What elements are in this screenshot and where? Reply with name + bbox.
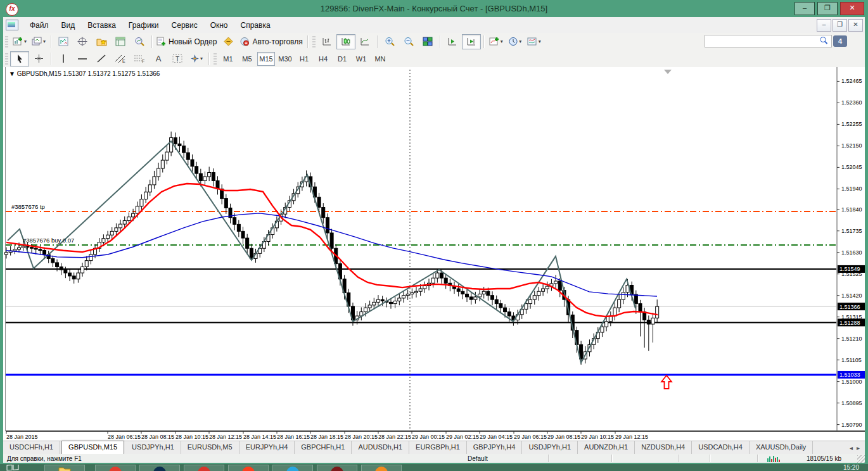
channel-tool[interactable]: E bbox=[111, 51, 130, 66]
maximize-button[interactable]: ❐ bbox=[817, 2, 838, 15]
new-chart-caret-icon[interactable]: ▾ bbox=[24, 39, 27, 44]
crosshair-button[interactable] bbox=[29, 51, 48, 66]
vertical-line-tool[interactable] bbox=[54, 51, 73, 66]
new-order-button[interactable]: Новый Ордер bbox=[155, 34, 219, 49]
tabs-scroll-right-icon[interactable]: ▸ bbox=[857, 444, 860, 451]
chart-tab[interactable]: AUDUSDh,H1 bbox=[352, 441, 409, 455]
arrows-caret-icon[interactable]: ▾ bbox=[200, 56, 203, 61]
chart-tab[interactable]: XAUUSDh,Daily bbox=[750, 441, 813, 455]
templates-button[interactable]: ▾ bbox=[525, 34, 544, 49]
timeframe-h4[interactable]: H4 bbox=[314, 52, 332, 66]
profiles-button[interactable]: ▾ bbox=[29, 34, 48, 49]
chart-tab[interactable]: NZDUSDh,H4 bbox=[635, 441, 692, 455]
taskbar-app-1[interactable] bbox=[95, 465, 136, 471]
toolbar-grip[interactable] bbox=[5, 36, 8, 47]
chart-tab[interactable]: AUDNZDh,H1 bbox=[578, 441, 635, 455]
data-window-button[interactable] bbox=[73, 34, 92, 49]
label-tool[interactable]: T bbox=[168, 51, 187, 66]
timeframe-m30[interactable]: M30 bbox=[276, 52, 294, 66]
toolbar-grip[interactable] bbox=[5, 53, 8, 65]
chart-tab[interactable]: EURJPYh,H4 bbox=[239, 441, 295, 455]
zoom-in-button[interactable] bbox=[380, 34, 399, 49]
candle-body bbox=[5, 253, 8, 254]
mdi-restore-button[interactable]: ❐ bbox=[833, 19, 847, 32]
timeframe-h1[interactable]: H1 bbox=[295, 52, 313, 66]
chart-tab[interactable]: GBPCHFh,H1 bbox=[295, 441, 352, 455]
horizontal-line-tool[interactable] bbox=[73, 51, 92, 66]
trendline-tool[interactable] bbox=[92, 51, 111, 66]
metaeditor-button[interactable] bbox=[219, 34, 238, 49]
chart-tab[interactable]: USDCHFh,H1 bbox=[3, 441, 60, 455]
terminal-button[interactable] bbox=[111, 34, 130, 49]
menu-3[interactable]: Вставка bbox=[81, 19, 122, 32]
minimize-button[interactable]: – bbox=[795, 2, 815, 15]
timeframe-d1[interactable]: D1 bbox=[333, 52, 351, 66]
autotrading-button[interactable]: Авто-торговля bbox=[238, 34, 304, 49]
taskbar-app-2[interactable] bbox=[139, 465, 180, 471]
indicators-button[interactable]: ▾ bbox=[487, 34, 506, 49]
indicators-caret-icon[interactable]: ▾ bbox=[501, 39, 503, 44]
status-profile[interactable]: Default bbox=[468, 455, 488, 462]
timeframe-w1[interactable]: W1 bbox=[352, 52, 370, 66]
new-chart-button[interactable]: ▾ bbox=[10, 34, 29, 49]
chart-tab[interactable]: USDCADh,H4 bbox=[692, 441, 750, 455]
price-chart[interactable]: #3857676 tp#3857676 buy 0.071.524651.523… bbox=[3, 67, 865, 441]
menu-6[interactable]: Окно bbox=[204, 19, 234, 32]
tile-windows-button[interactable] bbox=[418, 34, 437, 49]
tabs-scroll-left-icon[interactable]: ◂ bbox=[850, 444, 853, 451]
market-watch-button[interactable] bbox=[54, 34, 73, 49]
taskbar-app-7[interactable] bbox=[361, 465, 402, 471]
candle-body bbox=[34, 248, 37, 249]
fibonacci-tool[interactable]: F bbox=[130, 51, 149, 66]
chart-tab[interactable]: EURUSDh,M5 bbox=[181, 441, 239, 455]
text-tool[interactable]: A bbox=[149, 51, 168, 66]
search-icon[interactable] bbox=[819, 35, 828, 47]
toolbar-grip[interactable] bbox=[214, 53, 217, 65]
resize-grip[interactable] bbox=[857, 455, 865, 463]
search-input[interactable] bbox=[705, 35, 832, 47]
candlestick-chart-button[interactable] bbox=[336, 34, 355, 49]
close-button[interactable]: ✕ bbox=[840, 2, 864, 15]
bar-chart-button[interactable] bbox=[317, 34, 336, 49]
menu-1[interactable]: Файл bbox=[23, 19, 55, 32]
strategy-tester-button[interactable] bbox=[130, 34, 149, 49]
arrows-tool[interactable]: ▾ bbox=[187, 51, 206, 66]
chart-tab[interactable]: GBPUSDh,M15 bbox=[61, 441, 124, 455]
menu-5[interactable]: Сервис bbox=[165, 19, 204, 32]
taskbar-app-3[interactable] bbox=[184, 465, 224, 471]
menu-2[interactable]: Вид bbox=[55, 19, 82, 32]
taskbar-explorer[interactable] bbox=[44, 465, 85, 471]
menu-4[interactable]: Графики bbox=[122, 19, 165, 32]
timeframe-m15[interactable]: M15 bbox=[257, 52, 275, 66]
taskbar-app-5[interactable] bbox=[272, 465, 313, 471]
line-chart-button[interactable] bbox=[355, 34, 374, 49]
mdi-close-button[interactable]: ✕ bbox=[848, 19, 863, 32]
zoom-out-button[interactable] bbox=[399, 34, 418, 49]
cursor-button[interactable] bbox=[10, 51, 29, 66]
navigator-button[interactable] bbox=[92, 34, 111, 49]
timeframe-m5[interactable]: M5 bbox=[238, 52, 256, 66]
taskbar-clock[interactable]: 15:20 bbox=[843, 464, 859, 471]
menu-7[interactable]: Справка bbox=[234, 19, 277, 32]
chart-tab[interactable]: USDJPYh,H1 bbox=[125, 441, 181, 455]
timeframe-m1[interactable]: M1 bbox=[219, 52, 237, 66]
title-bar[interactable]: fx 129856: DivenFX-Main - Конкурсный Сче… bbox=[0, 0, 868, 17]
chart-tab[interactable]: USDJPYh,H1 bbox=[522, 441, 578, 455]
profiles-icon bbox=[32, 37, 42, 46]
chart-shift-button[interactable] bbox=[462, 34, 481, 49]
chart-window-icon[interactable] bbox=[6, 20, 18, 30]
mdi-minimize-button[interactable]: – bbox=[817, 19, 831, 32]
templates-caret-icon[interactable]: ▾ bbox=[539, 39, 541, 44]
notifications-badge[interactable]: 4 bbox=[833, 35, 847, 47]
taskbar-app-6[interactable] bbox=[317, 465, 357, 471]
periods-button[interactable]: ▾ bbox=[506, 34, 525, 49]
periods-caret-icon[interactable]: ▾ bbox=[519, 39, 521, 44]
chart-tab[interactable]: EURGBPh,H1 bbox=[409, 441, 467, 455]
start-button-icon[interactable] bbox=[6, 465, 20, 471]
toolbar-grip[interactable] bbox=[312, 36, 316, 47]
auto-scroll-button[interactable] bbox=[443, 34, 462, 49]
chart-tab[interactable]: GBPJPYh,H4 bbox=[467, 441, 523, 455]
taskbar-app-4[interactable] bbox=[228, 465, 269, 471]
timeframe-mn[interactable]: MN bbox=[371, 52, 389, 66]
profiles-caret-icon[interactable]: ▾ bbox=[43, 39, 46, 44]
